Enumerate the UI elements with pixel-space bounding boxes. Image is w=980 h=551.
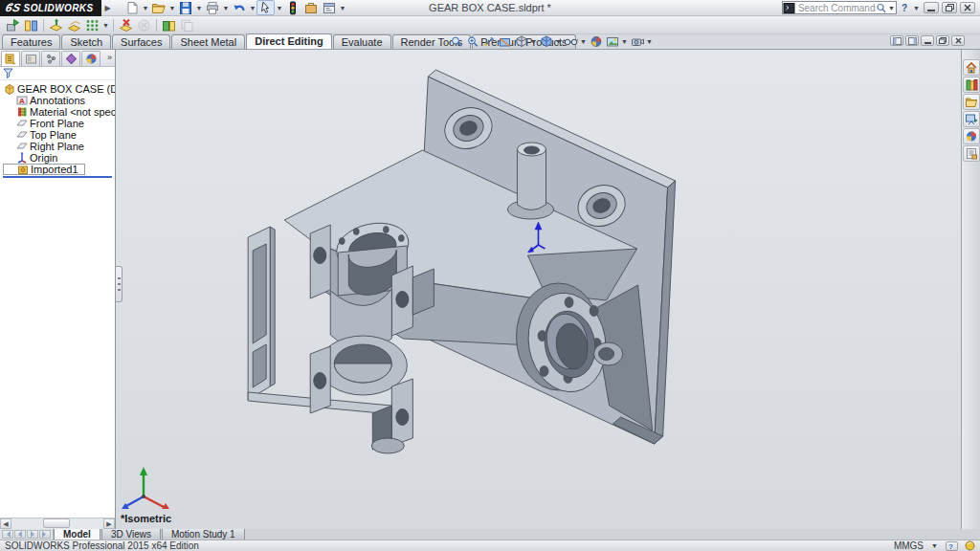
tab-surfaces[interactable]: Surfaces: [112, 34, 170, 49]
tree-item-origin[interactable]: Origin: [3, 152, 115, 164]
delete-face-icon[interactable]: [117, 17, 135, 33]
dimxpert-manager-tab-icon[interactable]: [61, 51, 80, 66]
move-face-icon[interactable]: [4, 17, 22, 33]
select-dropdown[interactable]: ▼: [275, 5, 283, 11]
tree-item-front-plane[interactable]: Front Plane: [3, 118, 115, 129]
doc-minimize-button[interactable]: [921, 35, 934, 46]
tab-model[interactable]: Model: [54, 529, 100, 540]
feature-manager-overflow[interactable]: »: [107, 50, 115, 66]
rollback-bar[interactable]: [3, 176, 112, 178]
restore-button[interactable]: [942, 2, 957, 13]
edit-appearance-icon[interactable]: [588, 34, 604, 49]
first-tab-button[interactable]: [2, 530, 13, 539]
tab-evaluate[interactable]: Evaluate: [333, 34, 391, 49]
options-window-icon[interactable]: [320, 0, 338, 15]
tab-sheet-metal[interactable]: Sheet Metal: [171, 34, 245, 49]
status-sphere-icon[interactable]: [965, 540, 975, 551]
linear-pattern-icon[interactable]: [83, 17, 101, 33]
section-view-icon[interactable]: [497, 34, 513, 49]
apply-scene-icon[interactable]: [604, 34, 620, 49]
save-icon[interactable]: [176, 0, 194, 15]
view-palette-icon[interactable]: [963, 111, 980, 127]
previous-view-icon[interactable]: [480, 34, 497, 49]
zoom-to-fit-icon[interactable]: [448, 34, 464, 49]
scroll-track[interactable]: [11, 518, 103, 529]
view-settings-dropdown[interactable]: ▼: [645, 38, 654, 45]
undo-icon[interactable]: [230, 0, 248, 15]
menu-flyout-arrow[interactable]: ▶: [101, 4, 113, 12]
file-explorer-icon[interactable]: [963, 94, 980, 110]
save-dropdown[interactable]: ▼: [194, 5, 203, 11]
prev-tab-button[interactable]: [14, 530, 26, 539]
feature-tree-filter[interactable]: [0, 67, 115, 80]
doc-close-button[interactable]: [951, 35, 965, 46]
search-scope-icon[interactable]: [783, 3, 795, 13]
panel-splitter-handle[interactable]: [116, 266, 122, 302]
file-properties-icon[interactable]: [301, 0, 320, 15]
display-style-dropdown[interactable]: ▼: [554, 38, 563, 45]
graphics-viewport[interactable]: *Isometric: [116, 50, 961, 529]
search-dropdown[interactable]: ▼: [887, 5, 896, 11]
imported-geometry-icon[interactable]: [160, 17, 178, 33]
zoom-to-area-icon[interactable]: [464, 34, 480, 49]
display-manager-tab-icon[interactable]: [81, 51, 100, 66]
feature-tree-tab-icon[interactable]: [1, 51, 20, 66]
custom-properties-icon[interactable]: [963, 145, 980, 162]
pattern-dropdown[interactable]: ▼: [101, 22, 110, 29]
close-button[interactable]: [960, 2, 975, 13]
tree-root-item[interactable]: GEAR BOX CASE (Default<<De: [3, 83, 115, 95]
copy-body-icon[interactable]: [178, 17, 196, 33]
tab-sketch[interactable]: Sketch: [61, 34, 111, 49]
print-dropdown[interactable]: ▼: [221, 5, 230, 11]
tree-item-top-plane[interactable]: Top Plane: [3, 129, 115, 141]
rebuild-stoplight-icon[interactable]: [283, 0, 301, 15]
tab-features[interactable]: Features: [2, 34, 60, 49]
tree-item-right-plane[interactable]: Right Plane: [3, 141, 115, 152]
new-document-icon[interactable]: [122, 0, 141, 15]
hide-show-items-icon[interactable]: [563, 34, 579, 49]
check-entity-icon[interactable]: [135, 17, 153, 33]
doc-restore-button[interactable]: [936, 35, 949, 46]
undo-dropdown[interactable]: ▼: [248, 5, 256, 11]
appearances-icon[interactable]: [963, 128, 980, 144]
options-dropdown[interactable]: ▼: [338, 5, 346, 11]
apply-scene-dropdown[interactable]: ▼: [620, 38, 629, 45]
tab-motion-study-1[interactable]: Motion Study 1: [162, 529, 245, 540]
view-settings-icon[interactable]: [629, 34, 645, 49]
next-tab-button[interactable]: [27, 530, 38, 539]
gearbox-model-3d[interactable]: [116, 50, 961, 529]
open-dropdown[interactable]: ▼: [167, 5, 176, 11]
search-magnifier-icon[interactable]: [876, 3, 887, 13]
view-orientation-dropdown[interactable]: ▼: [529, 38, 538, 45]
tab-direct-editing[interactable]: Direct Editing: [246, 33, 332, 49]
offset-face-icon[interactable]: [65, 17, 83, 33]
scroll-left-arrow[interactable]: ◀: [0, 518, 11, 529]
quick-tips-icon[interactable]: ?: [946, 541, 958, 551]
configuration-manager-tab-icon[interactable]: [41, 51, 60, 66]
last-tab-button[interactable]: [39, 530, 51, 539]
tab-3d-views[interactable]: 3D Views: [101, 529, 161, 540]
property-manager-tab-icon[interactable]: [21, 51, 40, 66]
tree-item-imported1[interactable]: Imported1: [3, 164, 85, 175]
design-library-icon[interactable]: [963, 77, 980, 93]
print-icon[interactable]: [203, 0, 221, 15]
units-dropdown[interactable]: ▼: [930, 542, 939, 549]
help-icon[interactable]: ?: [900, 3, 909, 13]
doc-pane-left-icon[interactable]: [890, 35, 903, 46]
minimize-button[interactable]: [924, 2, 939, 13]
hide-show-dropdown[interactable]: ▼: [579, 38, 588, 45]
tree-item-material[interactable]: Material <not specified>: [3, 106, 115, 118]
scroll-right-arrow[interactable]: ▶: [103, 518, 115, 529]
doc-pane-right-icon[interactable]: [905, 35, 919, 46]
feature-tree-hscrollbar[interactable]: ◀ ▶: [0, 518, 115, 529]
units-selector[interactable]: MMGS: [894, 540, 924, 551]
display-style-icon[interactable]: [538, 34, 554, 49]
new-dropdown[interactable]: ▼: [141, 5, 149, 11]
split-entity-icon[interactable]: [22, 17, 40, 33]
select-icon[interactable]: [256, 0, 275, 15]
scroll-thumb[interactable]: [43, 518, 71, 528]
home-icon[interactable]: [963, 59, 980, 76]
extrude-from-face-icon[interactable]: [47, 17, 65, 33]
tree-item-annotations[interactable]: A Annotations: [3, 95, 115, 106]
search-commands-box[interactable]: Search Commands ▼: [782, 1, 897, 14]
